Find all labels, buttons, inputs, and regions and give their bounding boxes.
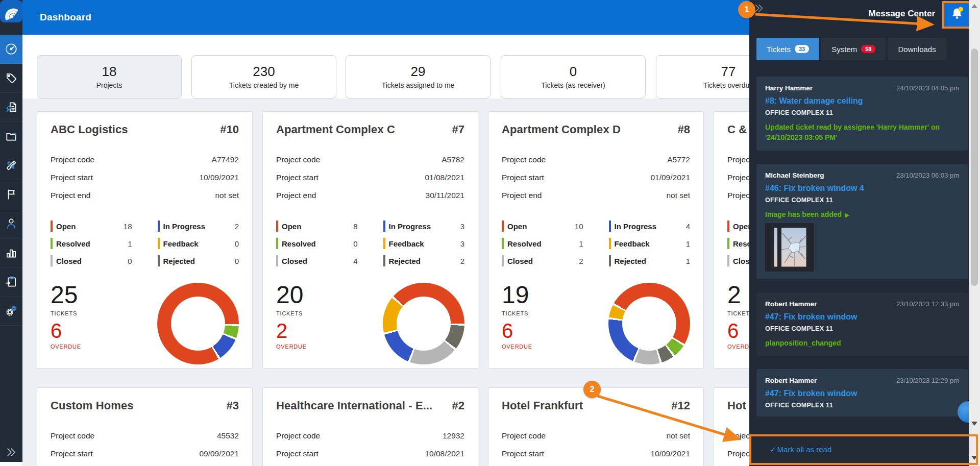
tile-label: Tickets overdue: [703, 81, 753, 89]
status-color-bar: [727, 238, 729, 249]
status-count: 4: [353, 257, 357, 265]
message-card[interactable]: Robert Hammer 23/10/2023 12:33 pm #47: F…: [756, 292, 968, 356]
status-legend-feedback: Feedback 1: [609, 235, 691, 252]
ticket-status-donut-chart: [383, 283, 464, 364]
status-color-bar: [609, 255, 611, 266]
tab-system[interactable]: System58: [821, 38, 886, 60]
scrollbar-down-arrow-icon[interactable]: [971, 422, 977, 426]
status-color-bar: [383, 220, 385, 232]
message-timestamp: 23/10/2023 12:29 pm: [896, 377, 959, 384]
status-label: Open: [507, 222, 575, 231]
sidebar-item-settings[interactable]: [0, 297, 22, 326]
project-code-label: Project code: [276, 155, 320, 164]
status-legend-rejected: Rejected 2: [383, 252, 465, 269]
tab-downloads[interactable]: Downloads: [888, 38, 946, 60]
project-meta: Project code45532 Project start09/09/202…: [51, 427, 239, 466]
ticket-status-donut-chart: [157, 283, 239, 364]
sidebar-item-handover[interactable]: [0, 267, 22, 297]
mark-all-read-button[interactable]: ✓Mark all as read: [770, 445, 831, 454]
summary-tile-tickets-assigned-to-me[interactable]: 29 Tickets assigned to me: [346, 55, 491, 99]
panel-scrollbar[interactable]: [969, 0, 980, 466]
flag-icon: [5, 188, 18, 201]
status-color-bar: [502, 238, 504, 249]
project-card-abc-logistics[interactable]: ABC Logistics #10 Project codeA77492 Pro…: [37, 111, 253, 369]
project-start-label: Project start: [51, 449, 93, 458]
status-label: Resolved: [282, 239, 353, 248]
project-card-hotel-frankfurt[interactable]: Hotel Frankfurt #12 Project codenot set …: [488, 387, 704, 466]
status-count: 0: [128, 257, 132, 265]
brand-swirl-logo[interactable]: [0, 0, 22, 22]
summary-tile-projects[interactable]: 18 Projects: [37, 55, 182, 99]
sidebar-item-users[interactable]: [0, 209, 22, 238]
status-legend: Open 10 Resolved 1 Closed 2 In Progress …: [502, 217, 690, 269]
status-legend-feedback: Feedback 0: [158, 235, 239, 252]
scrollbar-thumb[interactable]: [971, 48, 978, 286]
sidebar-item-projects[interactable]: [0, 122, 22, 151]
status-legend-inProgress: In Progress 3: [383, 217, 465, 235]
ticket-link[interactable]: #47: Fix broken window: [765, 389, 959, 398]
mark-all-read-bar[interactable]: ✓Mark all as read: [749, 434, 978, 465]
gauge-icon: [5, 42, 18, 56]
sidebar-item-tags[interactable]: [0, 64, 22, 93]
sidebar-item-milestones[interactable]: [0, 180, 22, 209]
status-count: 4: [686, 222, 690, 231]
project-title: Apartment Complex C: [276, 123, 395, 136]
message-timestamp: 23/10/2023 12:33 pm: [896, 300, 959, 308]
clipboard-arrow-icon: [5, 275, 18, 288]
status-color-bar: [383, 255, 385, 266]
sidebar-expand-button[interactable]: [0, 446, 22, 461]
status-label: Open: [282, 222, 353, 231]
status-count: 18: [124, 222, 132, 231]
project-card-custom-homes[interactable]: Custom Homes #3 Project code45532 Projec…: [37, 387, 253, 466]
message-sender: Michael Steinberg: [765, 171, 824, 179]
project-code-value: 12932: [443, 431, 464, 440]
tile-label: Tickets assigned to me: [382, 81, 455, 89]
sidebar-item-reports[interactable]: [0, 93, 22, 122]
status-legend: Open 8 Resolved 0 Closed 4 In Progress 3…: [276, 217, 464, 269]
project-card-healthcare-international-e-[interactable]: Healthcare International - E... #2 Proje…: [262, 387, 478, 466]
broken-window-photo[interactable]: [765, 223, 814, 272]
project-end-value: not set: [666, 191, 690, 200]
ticket-stats: 20 TICKETS 2 OVERDUE: [276, 283, 464, 364]
status-legend-closed: Closed 0: [51, 252, 132, 269]
status-count: 8: [353, 222, 357, 231]
ticket-link[interactable]: #8: Water damage ceiling: [765, 96, 959, 106]
project-name: OFFICE COMPLEX 11: [765, 197, 959, 204]
message-note: Image has been added▶: [765, 209, 959, 219]
status-label: Feedback: [615, 239, 686, 248]
project-name: OFFICE COMPLEX 11: [765, 109, 959, 116]
message-card[interactable]: Michael Steinberg 23/10/2023 06:03 pm #4…: [756, 164, 968, 279]
message-center-tabs: Tickets33System58Downloads: [756, 38, 946, 60]
donut-hole: [397, 297, 451, 351]
status-color-bar: [51, 238, 53, 249]
notifications-bell-button[interactable]: [942, 1, 972, 29]
ticket-status-donut-chart: [608, 283, 690, 364]
project-number: #8: [678, 123, 690, 136]
sidebar-nav: [0, 35, 22, 326]
user-icon: [5, 217, 18, 230]
message-card[interactable]: Robert Hammer 23/10/2023 12:29 pm #47: F…: [756, 369, 968, 416]
ticket-link[interactable]: #46: Fix broken window 4: [765, 184, 959, 193]
tab-tickets[interactable]: Tickets33: [756, 38, 819, 60]
project-title: Hotel Frankfurt: [502, 399, 583, 412]
project-code-value: A5782: [442, 155, 464, 164]
project-start-value: 09/09/2021: [199, 449, 239, 458]
status-color-bar: [51, 255, 53, 266]
sidebar-item-statistics[interactable]: [0, 238, 22, 267]
sidebar-item-tools[interactable]: [0, 151, 22, 180]
status-count: 10: [575, 222, 583, 231]
project-title: Apartment Complex D: [502, 123, 621, 136]
summary-tile-tickets-as-receiver-[interactable]: 0 Tickets (as receiver): [501, 55, 646, 99]
project-code-label: Project code: [276, 431, 320, 440]
project-card-apartment-complex-c[interactable]: Apartment Complex C #7 Project codeA5782…: [262, 111, 478, 369]
sidebar-item-dashboard[interactable]: [0, 35, 22, 64]
summary-tile-tickets-created-by-me[interactable]: 230 Tickets created by me: [191, 55, 336, 99]
project-end-label: Project end: [276, 191, 316, 200]
ticket-stats: 25 TICKETS 6 OVERDUE: [51, 283, 239, 364]
message-card[interactable]: Harry Hammer 24/10/2023 04:05 pm #8: Wat…: [756, 77, 968, 151]
scrollbar-up-arrow-icon[interactable]: [971, 4, 977, 8]
expand-arrow-icon[interactable]: ▶: [845, 212, 849, 218]
ticket-link[interactable]: #47: Fix broken window: [765, 312, 959, 322]
project-card-apartment-complex-d[interactable]: Apartment Complex D #8 Project codeA5772…: [488, 111, 704, 369]
scrollbar-down-arrow-icon[interactable]: [971, 456, 977, 460]
